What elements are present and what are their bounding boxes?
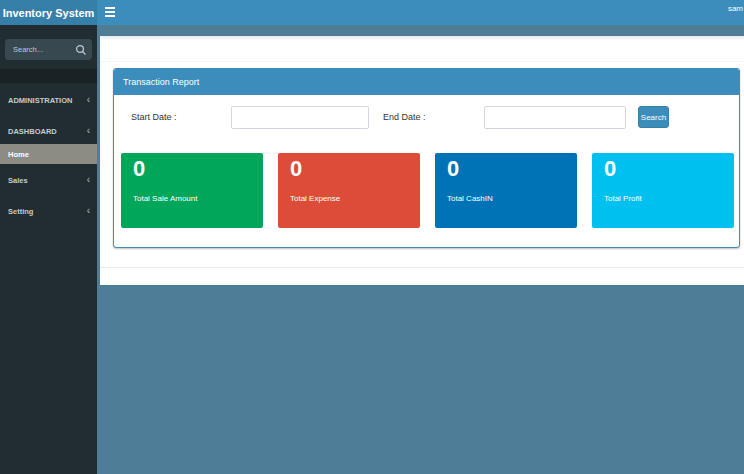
transaction-report-panel: Transaction Report Start Date : End Date… xyxy=(113,68,740,248)
sidebar-item-administration[interactable]: ADMINISTRATION ‹ xyxy=(0,93,97,107)
sidebar: ADMINISTRATION ‹ DASHBOARD ‹ Home Sales … xyxy=(0,25,97,474)
stat-label: Total Profit xyxy=(604,194,642,203)
stat-box-total-profit: 0 Total Profit xyxy=(592,153,734,228)
end-date-input[interactable] xyxy=(484,106,626,129)
content-header-divider xyxy=(100,61,744,62)
search-input[interactable] xyxy=(6,45,74,54)
chevron-left-icon: ‹ xyxy=(87,175,90,185)
stat-value: 0 xyxy=(290,156,302,182)
search-button[interactable]: Search xyxy=(638,106,669,128)
footer-divider xyxy=(100,267,744,268)
stat-value: 0 xyxy=(447,156,459,182)
content-area: Transaction Report Start Date : End Date… xyxy=(100,36,744,285)
chevron-left-icon: ‹ xyxy=(87,206,90,216)
stat-box-total-cashin: 0 Total CashIN xyxy=(435,153,577,228)
stat-boxes-row: 0 Total Sale Amount 0 Total Expense 0 To… xyxy=(121,153,734,228)
stat-label: Total CashIN xyxy=(447,194,493,203)
sidebar-item-label: ADMINISTRATION xyxy=(8,96,87,105)
stat-box-total-expense: 0 Total Expense xyxy=(278,153,420,228)
sidebar-item-dashboard[interactable]: DASHBOARD ‹ xyxy=(0,124,97,138)
sidebar-search xyxy=(5,39,92,60)
sidebar-item-home[interactable]: Home xyxy=(0,144,97,164)
sidebar-item-label: Sales xyxy=(8,176,87,185)
stat-label: Total Expense xyxy=(290,194,340,203)
stat-value: 0 xyxy=(604,156,616,182)
stat-label: Total Sale Amount xyxy=(133,194,197,203)
search-icon[interactable] xyxy=(74,43,88,57)
user-menu[interactable]: sam xyxy=(728,4,743,13)
top-navbar: sam xyxy=(97,0,744,25)
sidebar-item-sales[interactable]: Sales ‹ xyxy=(0,173,97,187)
stat-box-total-sale-amount: 0 Total Sale Amount xyxy=(121,153,263,228)
sidebar-item-label: DASHBOARD xyxy=(8,127,87,136)
content-top-shadow xyxy=(100,36,744,41)
sidebar-toggle-hamburger-icon[interactable] xyxy=(105,7,116,17)
sidebar-item-label: Home xyxy=(8,150,90,159)
panel-title: Transaction Report xyxy=(114,69,739,95)
end-date-label: End Date : xyxy=(383,112,426,122)
app-logo[interactable]: Inventory System xyxy=(0,0,97,25)
sidebar-item-setting[interactable]: Setting ‹ xyxy=(0,204,97,218)
sidebar-item-label: Setting xyxy=(8,207,87,216)
chevron-left-icon: ‹ xyxy=(87,95,90,105)
chevron-left-icon: ‹ xyxy=(87,126,90,136)
stat-value: 0 xyxy=(133,156,145,182)
start-date-input[interactable] xyxy=(231,106,369,129)
start-date-label: Start Date : xyxy=(131,112,177,122)
sidebar-section-divider xyxy=(0,69,97,83)
